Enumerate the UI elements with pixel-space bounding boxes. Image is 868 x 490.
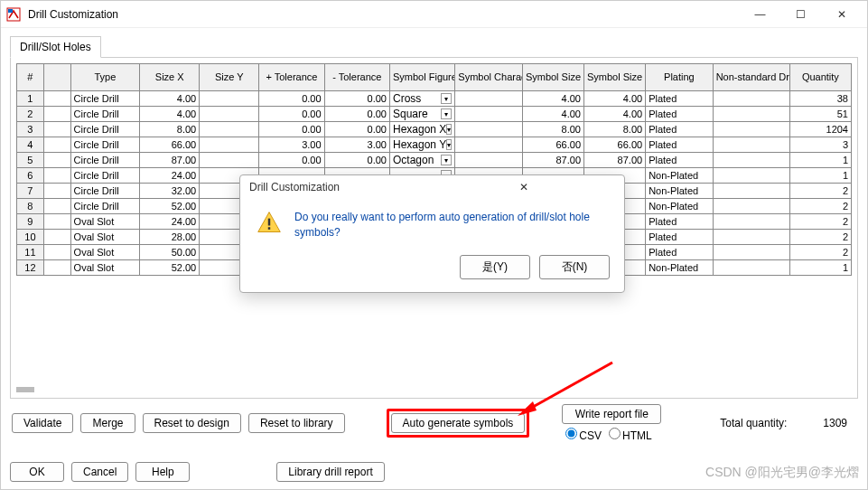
table-cell[interactable] bbox=[713, 245, 789, 260]
table-row[interactable]: 1Circle Drill4.000.000.00Cross▾4.004.00P… bbox=[17, 91, 852, 107]
table-cell[interactable]: Hexagon X▾ bbox=[389, 122, 454, 137]
table-cell[interactable]: 66.00 bbox=[584, 137, 646, 153]
table-cell[interactable]: 0.00 bbox=[259, 107, 324, 122]
tab-drill-slot-holes[interactable]: Drill/Slot Holes bbox=[10, 36, 101, 58]
resize-handle[interactable] bbox=[16, 387, 34, 392]
table-cell[interactable]: 11 bbox=[17, 245, 44, 260]
table-cell[interactable]: Circle Drill bbox=[70, 122, 140, 137]
table-cell[interactable]: Plated bbox=[646, 245, 714, 260]
table-cell[interactable]: Circle Drill bbox=[70, 137, 140, 153]
table-cell[interactable] bbox=[455, 153, 523, 168]
table-cell[interactable]: 24.00 bbox=[140, 214, 200, 230]
table-cell[interactable] bbox=[713, 199, 789, 214]
column-header[interactable]: # bbox=[17, 64, 44, 91]
table-cell[interactable]: 87.00 bbox=[522, 153, 583, 168]
table-cell[interactable]: 28.00 bbox=[140, 230, 200, 245]
table-cell[interactable]: 1 bbox=[789, 153, 851, 168]
table-cell[interactable] bbox=[713, 137, 789, 153]
table-cell[interactable]: 4 bbox=[17, 137, 44, 153]
reset-to-design-button[interactable]: Reset to design bbox=[143, 413, 241, 433]
table-cell[interactable] bbox=[43, 184, 70, 199]
table-cell[interactable]: 51 bbox=[789, 107, 851, 122]
table-cell[interactable]: 9 bbox=[17, 214, 44, 230]
table-cell[interactable] bbox=[43, 260, 70, 276]
dialog-no-button[interactable]: 否(N) bbox=[539, 255, 610, 279]
dialog-close-button[interactable]: ✕ bbox=[433, 181, 616, 193]
ok-button[interactable]: OK bbox=[10, 462, 64, 482]
table-cell[interactable]: 4.00 bbox=[584, 91, 646, 107]
table-cell[interactable] bbox=[43, 153, 70, 168]
table-cell[interactable]: Plated bbox=[646, 107, 714, 122]
column-header[interactable]: Non-standard Drill bbox=[713, 64, 789, 91]
table-cell[interactable] bbox=[43, 245, 70, 260]
table-cell[interactable]: Plated bbox=[646, 122, 714, 137]
table-cell[interactable]: Square▾ bbox=[389, 107, 454, 122]
table-cell[interactable]: 4.00 bbox=[522, 91, 583, 107]
table-cell[interactable] bbox=[43, 137, 70, 153]
table-cell[interactable]: 87.00 bbox=[140, 153, 200, 168]
table-cell[interactable] bbox=[200, 153, 259, 168]
table-cell[interactable]: Circle Drill bbox=[70, 168, 140, 184]
column-header[interactable]: Symbol Size X bbox=[522, 64, 583, 91]
table-cell[interactable] bbox=[200, 137, 259, 153]
table-cell[interactable]: 8.00 bbox=[522, 122, 583, 137]
table-cell[interactable]: Non-Plated bbox=[646, 168, 714, 184]
table-cell[interactable]: 3.00 bbox=[259, 137, 324, 153]
column-header[interactable]: Symbol Figure bbox=[389, 64, 454, 91]
table-cell[interactable] bbox=[43, 230, 70, 245]
table-cell[interactable]: 2 bbox=[789, 245, 851, 260]
table-cell[interactable] bbox=[200, 91, 259, 107]
table-cell[interactable]: Non-Plated bbox=[646, 260, 714, 276]
table-cell[interactable]: 8.00 bbox=[584, 122, 646, 137]
table-cell[interactable]: 10 bbox=[17, 230, 44, 245]
format-csv-radio[interactable]: CSV bbox=[562, 428, 602, 442]
table-cell[interactable]: 4.00 bbox=[522, 107, 583, 122]
column-header[interactable]: Symbol Characters bbox=[455, 64, 523, 91]
table-cell[interactable]: Oval Slot bbox=[70, 260, 140, 276]
column-header[interactable]: Size X bbox=[140, 64, 200, 91]
dropdown-icon[interactable]: ▾ bbox=[441, 155, 452, 165]
dropdown-icon[interactable]: ▾ bbox=[446, 139, 452, 150]
dropdown-icon[interactable]: ▾ bbox=[441, 108, 452, 119]
dropdown-icon[interactable]: ▾ bbox=[446, 124, 452, 135]
table-cell[interactable]: 0.00 bbox=[324, 91, 389, 107]
table-cell[interactable]: Non-Plated bbox=[646, 199, 714, 214]
table-cell[interactable]: 32.00 bbox=[140, 184, 200, 199]
table-cell[interactable]: Cross▾ bbox=[389, 91, 454, 107]
table-cell[interactable]: 1 bbox=[17, 91, 44, 107]
merge-button[interactable]: Merge bbox=[80, 413, 135, 433]
table-cell[interactable]: 6 bbox=[17, 168, 44, 184]
column-header[interactable]: + Tolerance bbox=[259, 64, 324, 91]
table-row[interactable]: 3Circle Drill8.000.000.00Hexagon X▾8.008… bbox=[17, 122, 852, 137]
column-header[interactable]: Type bbox=[70, 64, 140, 91]
table-cell[interactable] bbox=[200, 107, 259, 122]
table-cell[interactable]: Plated bbox=[646, 153, 714, 168]
table-cell[interactable] bbox=[455, 91, 523, 107]
table-cell[interactable]: 0.00 bbox=[324, 153, 389, 168]
table-cell[interactable]: Plated bbox=[646, 230, 714, 245]
table-cell[interactable] bbox=[200, 122, 259, 137]
table-cell[interactable] bbox=[713, 168, 789, 184]
table-cell[interactable] bbox=[713, 122, 789, 137]
table-cell[interactable]: Oval Slot bbox=[70, 214, 140, 230]
column-header[interactable]: - Tolerance bbox=[324, 64, 389, 91]
table-cell[interactable] bbox=[713, 153, 789, 168]
dropdown-icon[interactable]: ▾ bbox=[441, 93, 452, 104]
column-header[interactable]: Plating bbox=[646, 64, 714, 91]
write-report-file-button[interactable]: Write report file bbox=[562, 404, 661, 424]
table-cell[interactable]: Oval Slot bbox=[70, 230, 140, 245]
auto-generate-symbols-button[interactable]: Auto generate symbols bbox=[391, 413, 526, 433]
table-cell[interactable]: 4.00 bbox=[140, 107, 200, 122]
help-button[interactable]: Help bbox=[135, 462, 190, 482]
cancel-button[interactable]: Cancel bbox=[71, 462, 128, 482]
validate-button[interactable]: Validate bbox=[12, 413, 73, 433]
column-header[interactable] bbox=[43, 64, 70, 91]
table-row[interactable]: 4Circle Drill66.003.003.00Hexagon Y▾66.0… bbox=[17, 137, 852, 153]
table-cell[interactable] bbox=[43, 107, 70, 122]
table-cell[interactable]: Circle Drill bbox=[70, 107, 140, 122]
format-html-radio[interactable]: HTML bbox=[605, 428, 652, 442]
table-cell[interactable]: 0.00 bbox=[259, 122, 324, 137]
close-button[interactable]: ✕ bbox=[821, 2, 862, 27]
table-cell[interactable]: 1 bbox=[789, 168, 851, 184]
table-cell[interactable]: 5 bbox=[17, 153, 44, 168]
